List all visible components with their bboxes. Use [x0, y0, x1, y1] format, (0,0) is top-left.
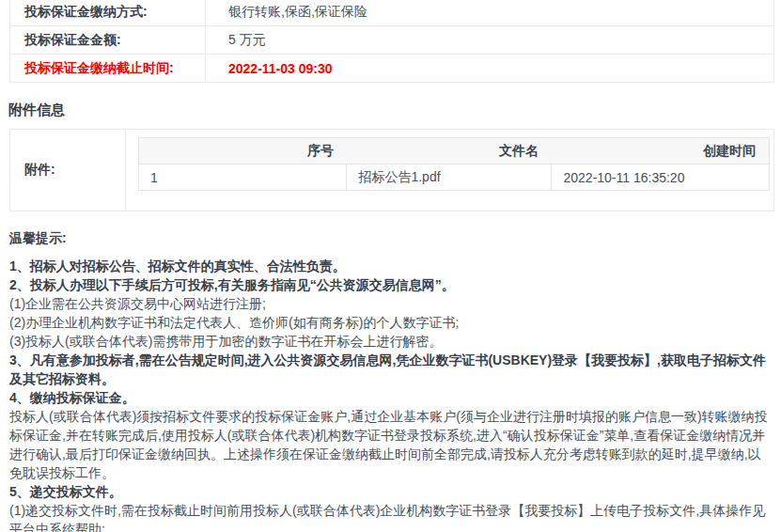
- tips-line: (3)投标人(或联合体代表)需携带用于加密的数字证书在开标会上进行解密。: [9, 332, 773, 351]
- deposit-table-body: 投标保证金缴纳方式: 银行转账,保函,保证保险 投标保证金金额: 5 万元 投标…: [10, 0, 774, 83]
- deposit-row-value: 5 万元: [206, 26, 774, 55]
- file-table-header-cell: 文件名: [347, 138, 552, 164]
- tips-line: 3、凡有意参加投标者,需在公告规定时间,进入公共资源交易信息网,凭企业数字证书(…: [9, 351, 773, 388]
- file-created-cell: 2022-10-11 16:35:20: [552, 164, 770, 191]
- tips-line: (1)递交投标文件时,需在投标截止时间前用投标人(或联合体代表)企业机构数字证书…: [9, 501, 773, 532]
- file-table-body: 1 招标公告1.pdf 2022-10-11 16:35:20: [139, 164, 770, 191]
- deposit-table-row: 投标保证金缴纳方式: 银行转账,保函,保证保险: [10, 0, 774, 26]
- deposit-table-row: 投标保证金金额: 5 万元: [10, 26, 774, 55]
- attachment-section-title: 附件信息: [8, 102, 781, 118]
- tips-section: 温馨提示: 1、招标人对招标公告、招标文件的真实性、合法性负责。 2、投标人办理…: [9, 228, 773, 532]
- tips-line: 投标人(或联合体代表)须按招标文件要求的投标保证金账户,通过企业基本账户(须与企…: [9, 407, 773, 482]
- attachment-row-label: 附件:: [10, 130, 126, 211]
- file-table-row: 1 招标公告1.pdf 2022-10-11 16:35:20: [139, 164, 770, 191]
- deposit-row-label: 投标保证金金额:: [10, 26, 206, 55]
- tips-lines: 1、招标人对招标公告、招标文件的真实性、合法性负责。 2、投标人办理以下手续后方…: [9, 257, 773, 532]
- tips-line: (2)办理企业机构数字证书和法定代表人、造价师(如有商务标)的个人数字证书;: [9, 313, 773, 332]
- deposit-row-label: 投标保证金缴纳截止时间:: [10, 55, 206, 83]
- tips-title: 温馨提示:: [9, 228, 773, 247]
- deposit-row-value: 2022-11-03 09:30: [206, 55, 774, 83]
- tips-line: 5、递交投标文件。: [9, 482, 773, 501]
- tips-line: 2、投标人办理以下手续后方可投标,有关服务指南见“公共资源交易信息网”。: [9, 275, 773, 294]
- file-name-link[interactable]: 招标公告1.pdf: [347, 164, 552, 191]
- deposit-row-label: 投标保证金缴纳方式:: [10, 0, 206, 26]
- file-table-header-cell: 序号: [139, 138, 347, 164]
- file-index-cell: 1: [139, 164, 347, 191]
- deposit-row-value: 银行转账,保函,保证保险: [206, 0, 774, 26]
- tips-line: (1)企业需在公共资源交易中心网站进行注册;: [9, 294, 773, 313]
- bid-announcement-detail-page: 投标保证金缴纳方式: 银行转账,保函,保证保险 投标保证金金额: 5 万元 投标…: [0, 0, 781, 532]
- attachment-file-table: 序号 文件名 创建时间 1 招标公告1.pdf 2022-10-11 16:35…: [138, 137, 770, 191]
- file-table-header-row: 序号 文件名 创建时间: [139, 138, 770, 164]
- file-table-header-cell: 创建时间: [552, 138, 770, 164]
- tips-line: 4、缴纳投标保证金。: [9, 388, 773, 407]
- tips-line: 1、招标人对招标公告、招标文件的真实性、合法性负责。: [9, 257, 773, 275]
- attachment-content: 序号 文件名 创建时间 1 招标公告1.pdf 2022-10-11 16:35…: [126, 130, 773, 211]
- attachment-box: 附件: 序号 文件名 创建时间 1 招标公告1.pdf 2022-10-11 1…: [9, 129, 774, 211]
- deposit-info-table: 投标保证金缴纳方式: 银行转账,保函,保证保险 投标保证金金额: 5 万元 投标…: [9, 0, 774, 83]
- deposit-table-row: 投标保证金缴纳截止时间: 2022-11-03 09:30: [10, 55, 774, 83]
